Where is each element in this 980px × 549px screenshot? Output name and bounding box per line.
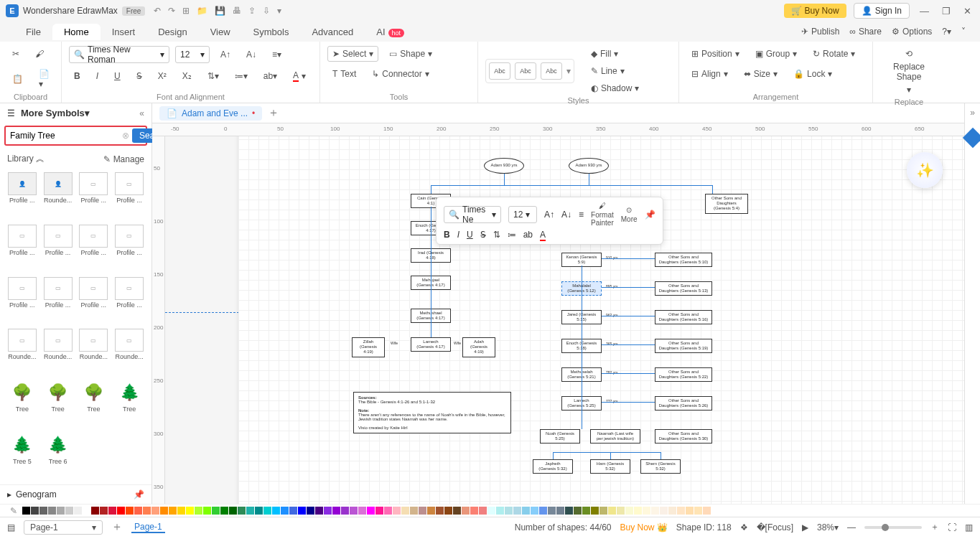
float-align-icon[interactable]: ≡ — [579, 210, 584, 220]
share-button[interactable]: ∞Share — [849, 27, 882, 37]
font-shrink-icon[interactable]: A↓ — [241, 47, 261, 62]
qa-more-icon[interactable]: ▾ — [277, 6, 281, 16]
color-swatch[interactable] — [48, 507, 56, 515]
color-swatch[interactable] — [513, 507, 521, 515]
new-icon[interactable]: ⊞ — [182, 6, 190, 16]
ribbon-collapse-icon[interactable]: ˅ — [961, 27, 966, 37]
color-swatch[interactable] — [195, 507, 202, 515]
menu-symbols[interactable]: Symbols — [242, 24, 301, 40]
position-button[interactable]: ⊞ Position▾ — [686, 46, 745, 62]
print-icon[interactable]: 🖶 — [233, 6, 241, 16]
color-swatch[interactable] — [608, 507, 616, 515]
color-swatch[interactable] — [531, 507, 538, 515]
add-page-button[interactable]: ＋ — [111, 520, 123, 535]
color-swatch[interactable] — [419, 507, 426, 515]
color-swatch[interactable] — [444, 507, 452, 515]
shape-item[interactable]: ▭Profile ... — [113, 277, 146, 325]
color-swatch[interactable] — [677, 507, 685, 515]
color-swatch[interactable] — [169, 507, 177, 515]
layers-icon[interactable]: ❖ — [740, 522, 748, 532]
color-swatch[interactable] — [582, 507, 590, 515]
color-swatch[interactable] — [160, 507, 168, 515]
menu-design[interactable]: Design — [146, 24, 198, 40]
more-symbols-button[interactable]: More Symbols▾ — [21, 108, 90, 118]
export-icon[interactable]: ⇪ — [248, 6, 256, 16]
size-button[interactable]: ⬌ Size▾ — [739, 66, 783, 82]
shape-item[interactable]: ▭Rounde... — [113, 329, 146, 377]
color-swatch[interactable] — [22, 507, 30, 515]
float-underline-icon[interactable]: U — [467, 230, 473, 240]
shadow-button[interactable]: ◐Shadow▾ — [586, 80, 644, 96]
node-lamech1[interactable]: Lamech (Genesis 4:17) — [411, 337, 451, 352]
float-list-icon[interactable]: ≔ — [508, 230, 516, 240]
color-swatch[interactable] — [229, 507, 237, 515]
color-swatch[interactable] — [556, 507, 564, 515]
shape-item[interactable]: ▭Rounde... — [78, 329, 111, 377]
shape-item[interactable]: 👤Profile ... — [6, 172, 39, 220]
library-label[interactable]: Library ︽ — [7, 153, 45, 165]
float-italic-icon[interactable]: I — [457, 230, 459, 240]
color-swatch[interactable] — [350, 507, 358, 515]
color-swatch[interactable] — [453, 507, 461, 515]
float-bold-icon[interactable]: B — [444, 230, 450, 240]
shape-item[interactable]: 🌳Tree — [42, 381, 75, 429]
shape-item[interactable]: 🌳Tree — [6, 381, 39, 429]
float-shrink-icon[interactable]: A↓ — [561, 210, 571, 220]
color-swatch[interactable] — [324, 507, 332, 515]
float-spacing-icon[interactable]: ⇅ — [493, 230, 500, 240]
clear-search-icon[interactable]: ⊗ — [122, 131, 129, 141]
redo-icon[interactable]: ↷ — [168, 6, 175, 16]
shape-item[interactable]: 🌲Tree 6 — [42, 433, 75, 482]
node-zillah[interactable]: Zillah (Genesis 4:19) — [352, 337, 385, 357]
color-swatch[interactable] — [212, 507, 220, 515]
color-swatch[interactable] — [574, 507, 582, 515]
color-swatch[interactable] — [651, 507, 659, 515]
fit-page-icon[interactable]: ⛶ — [948, 522, 956, 532]
color-swatch[interactable] — [668, 507, 676, 515]
node-adah[interactable]: Adah (Genesis 4:19) — [462, 337, 495, 357]
color-swatch[interactable] — [686, 507, 694, 515]
canvas[interactable]: 50100150200250300350 Adam 930 yrs Adam 9… — [152, 136, 964, 504]
zoom-in-icon[interactable]: ＋ — [930, 521, 939, 533]
import-icon[interactable]: ⇩ — [263, 6, 270, 16]
color-swatch[interactable] — [117, 507, 125, 515]
shape-item[interactable]: ▭Profile ... — [6, 225, 39, 273]
color-swatch[interactable] — [307, 507, 314, 515]
color-swatch[interactable] — [255, 507, 263, 515]
menu-insert[interactable]: Insert — [101, 24, 147, 40]
line-spacing-icon[interactable]: ⇅▾ — [202, 68, 224, 84]
copy-icon[interactable]: 📋 — [7, 71, 28, 87]
help-icon[interactable]: ?▾ — [942, 27, 951, 37]
symbol-search-input[interactable] — [9, 129, 119, 142]
subscript-icon[interactable]: X₂ — [177, 68, 197, 84]
replace-shape-button[interactable]: ⟲Replace Shape▾ — [888, 46, 930, 98]
underline-icon[interactable]: U — [109, 68, 126, 84]
save-icon[interactable]: 💾 — [215, 6, 225, 16]
color-swatch[interactable] — [470, 507, 478, 515]
pages-icon[interactable]: ▤ — [7, 522, 15, 532]
node-osd4[interactable]: Other Sons and Daughters (Genesis 5:19) — [655, 339, 712, 353]
color-swatch[interactable] — [375, 507, 383, 515]
node-adam-2[interactable]: Adam 930 yrs — [569, 158, 609, 174]
color-swatch[interactable] — [151, 507, 159, 515]
shape-item[interactable]: 👤Rounde... — [42, 172, 75, 220]
zoom-out-icon[interactable]: — — [847, 522, 856, 532]
group-button[interactable]: ▣ Group▾ — [750, 46, 802, 62]
note-box[interactable]: Sources: The Bible - Genesis 4:1-26 and … — [353, 392, 511, 433]
color-swatch[interactable] — [220, 507, 228, 515]
superscript-icon[interactable]: X² — [153, 68, 172, 84]
color-swatch[interactable] — [281, 507, 289, 515]
node-osd5[interactable]: Other Sons and Daughters (Genesis 5:22) — [655, 367, 712, 382]
menu-file[interactable]: File — [14, 24, 52, 40]
shape-item[interactable]: ▭Profile ... — [6, 277, 39, 325]
color-swatch[interactable] — [617, 507, 625, 515]
paste-icon[interactable]: 📄▾ — [34, 66, 55, 92]
color-swatch[interactable] — [134, 507, 142, 515]
genogram-section[interactable]: ▸ Genogram📌 — [0, 484, 151, 504]
float-more[interactable]: ⊙More — [621, 206, 638, 223]
color-swatch[interactable] — [65, 507, 73, 515]
color-swatch[interactable] — [74, 507, 82, 515]
text-tool[interactable]: TText — [327, 66, 361, 82]
zoom-value[interactable]: 38%▾ — [817, 522, 839, 532]
format-painter-icon[interactable]: 🖌 — [30, 46, 49, 62]
